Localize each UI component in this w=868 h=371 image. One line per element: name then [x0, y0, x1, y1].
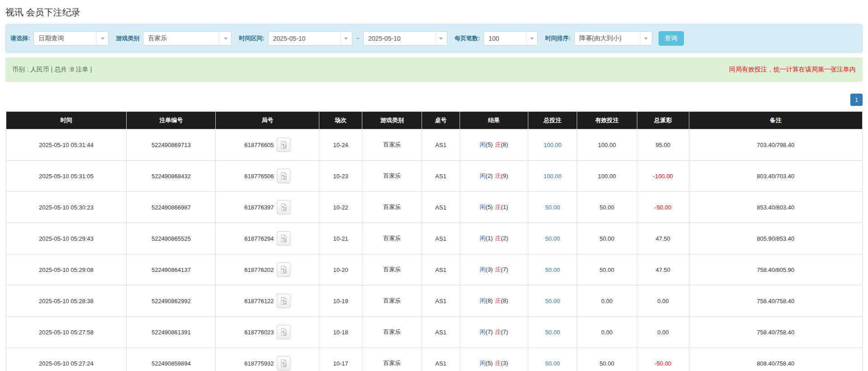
cell-round: 618775932 — [216, 348, 319, 371]
cell-note: 808.40/758.40 — [689, 348, 862, 371]
select-label: 请选择: — [10, 34, 30, 43]
cell-game-type: 百家乐 — [362, 192, 422, 223]
cell-payout: 47.50 — [637, 254, 689, 285]
cell-note: 853.40/803.40 — [689, 192, 862, 223]
player-score: (2) — [486, 172, 493, 179]
query-type-select[interactable]: 日期查询 — [33, 31, 109, 46]
column-header: 有效投注 — [577, 112, 637, 129]
currency-summary-text: 币别 : 人民币 | 总共 :8 注单 | — [12, 66, 92, 74]
video-replay-button[interactable] — [277, 356, 290, 371]
column-header: 游戏类别 — [362, 112, 422, 129]
banker-score: (2) — [501, 235, 508, 242]
chevron-down-icon[interactable] — [526, 32, 537, 45]
column-header: 场次 — [319, 112, 362, 129]
cell-note: 805.90/853.40 — [689, 223, 862, 254]
banker-score: (9) — [501, 172, 508, 179]
player-score: (5) — [486, 141, 493, 148]
round-id: 618776023 — [244, 329, 274, 336]
player-result: 闲 — [480, 360, 486, 366]
cell-payout: 95.00 — [637, 129, 689, 161]
round-id: 618775932 — [244, 360, 274, 367]
video-replay-button[interactable] — [277, 200, 290, 214]
video-replay-button[interactable] — [277, 231, 290, 246]
total-bet-link[interactable]: 50.00 — [545, 235, 560, 242]
search-button[interactable]: 查询 — [659, 31, 684, 46]
player-result: 闲 — [480, 204, 486, 210]
cell-payout: 0.00 — [637, 285, 689, 317]
total-bet-link[interactable]: 50.00 — [545, 266, 560, 273]
cell-round: 618776202 — [216, 254, 319, 285]
cell-table-no: AS1 — [422, 285, 460, 317]
time-range-label: 时间区间: — [239, 34, 264, 43]
cell-time: 2025-05-10 05:27:24 — [6, 348, 127, 371]
cell-total-bet: 50.00 — [528, 348, 577, 371]
video-replay-button[interactable] — [277, 294, 290, 308]
video-replay-button[interactable] — [277, 169, 290, 183]
game-type-select[interactable]: 百家乐 — [143, 31, 232, 46]
player-score: (7) — [486, 328, 493, 335]
total-bet-link[interactable]: 50.00 — [545, 360, 560, 367]
round-id: 618776122 — [244, 298, 274, 304]
total-bet-link[interactable]: 100.00 — [544, 142, 562, 148]
cell-table-no: AS1 — [422, 129, 460, 161]
video-replay-button[interactable] — [277, 138, 290, 152]
video-file-icon — [280, 328, 288, 336]
cell-session: 10-22 — [319, 192, 362, 223]
player-score: (5) — [486, 360, 493, 366]
player-result: 闲 — [480, 328, 486, 335]
page-size-select[interactable]: 100 — [484, 31, 538, 46]
cell-note: 758.40/758.40 — [689, 317, 862, 348]
cell-total-bet: 50.00 — [528, 317, 577, 348]
video-replay-button[interactable] — [277, 325, 290, 339]
player-score: (5) — [486, 204, 493, 210]
table-row: 2025-05-10 05:28:38 522490862992 6187761… — [6, 285, 862, 317]
chevron-down-icon[interactable] — [219, 32, 231, 45]
video-replay-button[interactable] — [277, 262, 290, 277]
cell-time: 2025-05-10 05:27:58 — [6, 317, 127, 348]
cell-round: 618776294 — [216, 223, 319, 254]
summary-bar: 币别 : 人民币 | 总共 :8 注单 | 同局有效投注，统一计算在该局第一张注… — [5, 57, 863, 82]
cell-session: 10-20 — [319, 254, 362, 285]
total-bet-link[interactable]: 100.00 — [544, 173, 562, 180]
player-result: 闲 — [480, 297, 486, 304]
video-file-icon — [280, 297, 288, 305]
sort-select[interactable]: 降幂(由大到小) — [574, 31, 652, 46]
column-header: 总派彩 — [637, 112, 689, 129]
cell-payout: -50.00 — [637, 192, 689, 223]
banker-score: (3) — [501, 360, 508, 366]
game-type-value: 百家乐 — [143, 32, 219, 45]
cell-total-bet: 50.00 — [528, 192, 577, 223]
date-range-tilde: ~ — [356, 35, 360, 42]
video-file-icon — [280, 266, 288, 274]
banker-result: 庄 — [495, 297, 501, 304]
table-row: 2025-05-10 05:29:08 522490864137 6187762… — [6, 254, 862, 285]
chevron-down-icon[interactable] — [340, 32, 352, 45]
cell-result: 闲(5)庄(8) — [460, 129, 528, 161]
query-type-value: 日期查询 — [34, 32, 96, 45]
cell-time: 2025-05-10 05:28:38 — [6, 285, 127, 317]
cell-valid-bet: 50.00 — [577, 192, 637, 223]
cell-bet-id: 522490862992 — [127, 285, 216, 317]
date-to-input[interactable]: 2025-05-10 — [363, 31, 447, 46]
chevron-down-icon[interactable] — [96, 32, 108, 45]
table-row: 2025-05-10 05:31:05 522490868432 6187765… — [6, 161, 862, 192]
banker-score: (8) — [501, 141, 508, 148]
cell-bet-id: 522490865525 — [127, 223, 216, 254]
cell-time: 2025-05-10 05:31:44 — [6, 129, 127, 161]
date-from-value: 2025-05-10 — [269, 32, 340, 45]
chevron-down-icon[interactable] — [640, 32, 652, 45]
chevron-down-icon[interactable] — [435, 32, 447, 45]
pagination: 1 — [5, 94, 863, 106]
cell-game-type: 百家乐 — [362, 129, 422, 161]
page-1-button[interactable]: 1 — [850, 94, 863, 106]
table-row: 2025-05-10 05:31:44 522490869713 6187766… — [6, 129, 862, 161]
date-from-input[interactable]: 2025-05-10 — [268, 31, 352, 46]
total-bet-link[interactable]: 50.00 — [545, 329, 560, 336]
total-bet-link[interactable]: 50.00 — [545, 298, 560, 304]
page-size-label: 每页笔数: — [455, 34, 480, 43]
cell-bet-id: 522490864137 — [127, 254, 216, 285]
total-bet-link[interactable]: 50.00 — [545, 204, 560, 211]
column-header: 局号 — [216, 112, 319, 129]
cell-bet-id: 522490868432 — [127, 161, 216, 192]
cell-valid-bet: 50.00 — [577, 348, 637, 371]
